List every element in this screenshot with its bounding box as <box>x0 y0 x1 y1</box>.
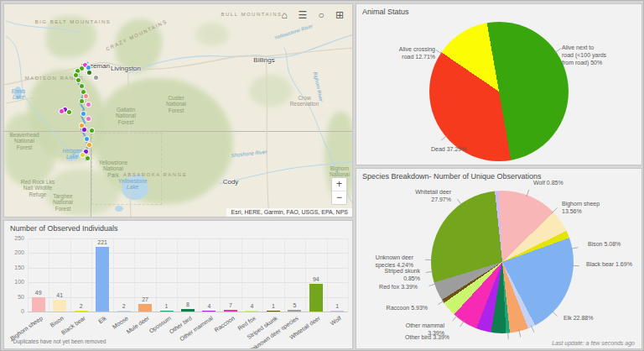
map-label: Cody <box>223 178 239 186</box>
map-label: Crow Reservation <box>290 95 319 107</box>
bar-mule-deer[interactable] <box>138 304 152 312</box>
small-lake <box>115 206 123 212</box>
y-axis-tick: 50 <box>8 294 24 300</box>
pie-slice-label: Elk 22.88% <box>564 314 593 322</box>
observation-point[interactable] <box>85 155 91 161</box>
zoom-control: + − <box>331 177 347 205</box>
bar-unknown-deer-species[interactable] <box>288 310 301 312</box>
map-label: Yellowstone River <box>273 24 313 41</box>
bar-striped-skunk[interactable] <box>267 311 280 312</box>
observation-point[interactable] <box>86 102 91 107</box>
observation-point[interactable] <box>79 83 85 89</box>
bar-other-bird[interactable] <box>181 309 195 312</box>
animal-status-panel: Animal Status Alive next to road (<100 y… <box>356 3 642 165</box>
gridline <box>199 238 200 312</box>
bar-value: 4 <box>198 303 220 309</box>
bar-value: 7 <box>220 302 242 308</box>
y-axis-tick: 0 <box>8 308 24 314</box>
observation-point[interactable] <box>66 109 72 115</box>
basemap-gallery-icon[interactable]: ⊞ <box>334 9 345 21</box>
map-label: BIG BELT MOUNTAINS <box>35 19 112 25</box>
pie-slice-label: Bison 5.08% <box>588 240 621 248</box>
terrain-shading <box>195 23 229 46</box>
gridline <box>327 238 328 312</box>
observation-point[interactable] <box>93 75 99 81</box>
pie[interactable] <box>429 22 569 161</box>
gridline <box>262 238 263 312</box>
observation-point[interactable] <box>79 98 85 104</box>
panel-title: Species Breakdown- Number of Unique Obse… <box>362 172 542 181</box>
y-axis-tick: 200 <box>8 249 24 255</box>
home-icon[interactable]: ⌂ <box>278 9 290 21</box>
dashboard: BozemanLivingstonBillingsCodyBULL MOUNTA… <box>0 0 644 351</box>
map-toolbar: ⌂☰○⊞ <box>278 9 345 21</box>
map-label: ABSAROKA RANGE <box>123 172 188 178</box>
gridline <box>220 238 221 312</box>
bar-black-bear[interactable] <box>75 311 88 312</box>
state-border <box>4 131 352 132</box>
bar-other-mammal[interactable] <box>202 311 216 312</box>
gridline <box>305 238 306 312</box>
observation-point[interactable] <box>86 142 92 148</box>
pie-slice-label: Whitetail deer 27.97% <box>415 188 451 203</box>
x-axis-line <box>28 312 348 312</box>
observed-individuals-bar-chart: 05010015020025049Bighorn sheep41Bison2Bl… <box>4 234 352 348</box>
gridline <box>70 238 71 312</box>
pie-slice-label: Bighorn sheep 13.56% <box>562 200 600 215</box>
bar-bison[interactable] <box>53 300 66 312</box>
observation-point[interactable] <box>89 128 95 134</box>
observed-individuals-panel: Number of Observed Individuals 050100150… <box>3 220 353 349</box>
bar-moose[interactable] <box>117 311 131 312</box>
map-label: BULL MOUNTAINS <box>221 12 282 18</box>
y-axis-tick: 250 <box>8 235 24 241</box>
zoom-in-button[interactable]: + <box>332 178 346 191</box>
bar-whitetail-deer[interactable] <box>309 284 323 312</box>
pie-slice-label: Other mammal 3.39% <box>406 322 444 337</box>
bar-wolf[interactable] <box>330 311 344 312</box>
legend-icon[interactable]: ☰ <box>297 9 309 21</box>
map-attribution: Esri, HERE, Garmin, FAO, USGS, EPA, NPS <box>226 208 352 217</box>
bar-red-fox[interactable] <box>245 311 258 312</box>
pie[interactable] <box>431 191 574 333</box>
observation-point[interactable] <box>81 127 87 133</box>
bar-value: 1 <box>326 303 348 309</box>
observation-point[interactable] <box>80 111 86 117</box>
zoom-out-button[interactable]: − <box>332 191 346 204</box>
pie-slice-label: Raccoon 5.93% <box>387 304 428 312</box>
gridline <box>284 238 285 312</box>
map-panel: BozemanLivingstonBillingsCodyBULL MOUNTA… <box>3 3 353 217</box>
map-label: Custer National Forest <box>166 95 186 113</box>
gridline <box>177 238 178 312</box>
gridline <box>28 282 348 283</box>
y-axis-tick: 150 <box>8 265 24 270</box>
gridline <box>28 238 348 239</box>
basemap-icon[interactable]: ○ <box>315 9 327 21</box>
bar-value: 1 <box>156 303 178 309</box>
observation-point[interactable] <box>83 93 89 99</box>
observation-point[interactable] <box>86 116 91 122</box>
observation-point[interactable] <box>59 108 65 114</box>
observation-point[interactable] <box>84 136 90 142</box>
map-label: Ennis Lake <box>12 88 25 101</box>
species-breakdown-pie-chart: Bighorn sheep 13.56%Bison 5.08%Black bea… <box>356 169 641 348</box>
map-label: Gallatin National Forest <box>116 107 136 125</box>
last-update-text: Last update: a few seconds ago <box>552 340 635 346</box>
bar-opossum[interactable] <box>160 311 174 312</box>
map-canvas[interactable]: BozemanLivingstonBillingsCodyBULL MOUNTA… <box>4 4 352 217</box>
bar-raccoon[interactable] <box>224 310 237 312</box>
map-label: Beaverhead National Forest <box>9 132 39 150</box>
map-label: Targhee National Forest <box>53 193 73 212</box>
observation-point[interactable] <box>86 70 92 76</box>
gridline <box>28 253 348 254</box>
pie-slice-label: Unknown deer species 4.24% <box>375 254 413 269</box>
bar-value: 5 <box>283 302 305 308</box>
pie-slice-label: Black bear 1.69% <box>586 260 632 268</box>
gridline <box>49 238 49 312</box>
panel-title: Animal Status <box>362 8 409 16</box>
pie-slice-label: Red fox 3.39% <box>379 283 418 291</box>
bar-elk[interactable] <box>96 247 109 312</box>
bar-bighorn-sheep[interactable] <box>32 297 45 312</box>
bar-value: 27 <box>134 296 156 302</box>
chart-footnote: *Duplicates have not yet been removed <box>11 338 106 344</box>
observation-point[interactable] <box>75 77 81 83</box>
